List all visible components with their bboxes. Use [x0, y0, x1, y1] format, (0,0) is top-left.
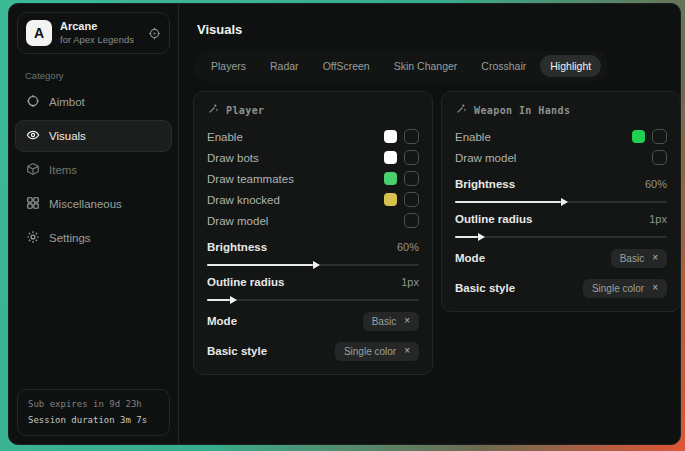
- sub-expires-text: Sub expires in 9d 23h: [28, 397, 159, 412]
- toggle-row-draw-bots: Draw bots: [207, 147, 419, 168]
- app-subtitle: for Apex Legends: [60, 34, 140, 46]
- weapon-in-hands-panel: Weapon In Hands Enable Draw model: [441, 91, 681, 312]
- toggle-label: Draw bots: [207, 152, 259, 164]
- toggle-label: Draw model: [207, 215, 268, 227]
- subscription-info-card: Sub expires in 9d 23h Session duration 3…: [17, 389, 170, 436]
- slider-label: Brightness: [207, 241, 267, 253]
- toggle-row-enable: Enable: [207, 126, 419, 147]
- toggle-label: Draw model: [455, 152, 516, 164]
- basic-style-tag[interactable]: Single color ×: [335, 342, 419, 361]
- wand-icon: [207, 103, 219, 117]
- brightness-slider[interactable]: [207, 264, 419, 266]
- sidebar: A Arcane for Apex Legends Category: [9, 4, 179, 444]
- close-icon[interactable]: ×: [404, 346, 410, 356]
- mode-tag[interactable]: Basic ×: [611, 249, 667, 268]
- tag-row-label: Basic style: [455, 282, 515, 294]
- sidebar-item-miscellaneous[interactable]: Miscellaneous: [15, 188, 172, 220]
- toggle-row-draw-knocked: Draw knocked: [207, 189, 419, 210]
- sidebar-nav: Aimbot Visuals Items: [9, 85, 178, 255]
- tab-highlight[interactable]: Highlight: [540, 55, 601, 77]
- tag-row-label: Mode: [455, 252, 485, 264]
- slider-label: Outline radius: [207, 276, 284, 288]
- app-name: Arcane: [60, 20, 140, 34]
- weapon-panel-header: Weapon In Hands: [455, 103, 667, 117]
- panels-row: Player Enable Draw bots: [193, 91, 681, 375]
- player-panel: Player Enable Draw bots: [193, 91, 433, 375]
- color-swatch[interactable]: [384, 193, 397, 206]
- slider-label: Outline radius: [455, 213, 532, 225]
- sidebar-item-label: Miscellaneous: [49, 198, 122, 210]
- draw-knocked-checkbox[interactable]: [404, 192, 419, 207]
- enable-checkbox[interactable]: [404, 129, 419, 144]
- mode-tag[interactable]: Basic ×: [363, 312, 419, 331]
- draw-model-checkbox[interactable]: [404, 213, 419, 228]
- tab-offscreen[interactable]: OffScreen: [313, 55, 380, 77]
- basic-style-tag[interactable]: Single color ×: [583, 279, 667, 298]
- package-icon: [26, 162, 40, 178]
- draw-bots-checkbox[interactable]: [404, 150, 419, 165]
- sidebar-item-visuals[interactable]: Visuals: [15, 120, 172, 152]
- session-duration-text: Session duration 3m 7s: [28, 413, 159, 428]
- mode-tag-row: Mode Basic ×: [207, 311, 419, 331]
- slider-value: 60%: [397, 241, 419, 253]
- toggle-label: Draw knocked: [207, 194, 280, 206]
- outline-radius-slider-group: Outline radius 1px: [455, 210, 667, 238]
- outline-radius-slider-group: Outline radius 1px: [207, 273, 419, 301]
- grid-icon: [26, 196, 40, 212]
- mode-tag-row: Mode Basic ×: [455, 248, 667, 268]
- slider-value: 1px: [649, 213, 667, 225]
- wand-icon: [455, 103, 467, 117]
- sidebar-item-label: Items: [49, 164, 77, 176]
- panel-title: Weapon In Hands: [474, 105, 570, 116]
- sidebar-item-label: Visuals: [49, 130, 86, 142]
- basic-style-tag-row: Basic style Single color ×: [455, 278, 667, 298]
- toggle-row-enable: Enable: [455, 126, 667, 147]
- panel-title: Player: [226, 105, 265, 116]
- app-header-card: A Arcane for Apex Legends: [17, 12, 170, 54]
- sidebar-item-items[interactable]: Items: [15, 154, 172, 186]
- sidebar-item-label: Aimbot: [49, 96, 85, 108]
- color-swatch[interactable]: [384, 151, 397, 164]
- enable-checkbox[interactable]: [652, 129, 667, 144]
- tab-radar[interactable]: Radar: [260, 55, 309, 77]
- tab-skin-changer[interactable]: Skin Changer: [384, 55, 468, 77]
- crosshair-icon: [26, 94, 40, 110]
- color-swatch[interactable]: [384, 172, 397, 185]
- draw-model-checkbox[interactable]: [652, 150, 667, 165]
- toggle-label: Enable: [207, 131, 243, 143]
- gear-icon: [26, 230, 40, 246]
- outline-radius-slider[interactable]: [207, 299, 419, 301]
- slider-value: 60%: [645, 178, 667, 190]
- brightness-slider-group: Brightness 60%: [455, 175, 667, 203]
- sidebar-item-settings[interactable]: Settings: [15, 222, 172, 254]
- toggle-row-draw-model: Draw model: [455, 147, 667, 168]
- slider-value: 1px: [401, 276, 419, 288]
- color-swatch[interactable]: [632, 130, 645, 143]
- toggle-row-draw-teammates: Draw teammates: [207, 168, 419, 189]
- basic-style-tag-row: Basic style Single color ×: [207, 341, 419, 361]
- toggle-label: Enable: [455, 131, 491, 143]
- player-panel-header: Player: [207, 103, 419, 117]
- tag-row-label: Mode: [207, 315, 237, 327]
- sidebar-item-aimbot[interactable]: Aimbot: [15, 86, 172, 118]
- visuals-tabbar: Players Radar OffScreen Skin Changer Cro…: [195, 51, 607, 81]
- close-icon[interactable]: ×: [404, 316, 410, 326]
- app-logo: A: [26, 20, 52, 46]
- draw-teammates-checkbox[interactable]: [404, 171, 419, 186]
- page-title: Visuals: [197, 22, 681, 37]
- eye-icon: [26, 128, 40, 144]
- category-label: Category: [25, 70, 178, 81]
- toggle-label: Draw teammates: [207, 173, 294, 185]
- tab-crosshair[interactable]: Crosshair: [471, 55, 536, 77]
- main-content: Visuals Players Radar OffScreen Skin Cha…: [179, 4, 681, 444]
- brightness-slider[interactable]: [455, 201, 667, 203]
- outline-radius-slider[interactable]: [455, 236, 667, 238]
- target-icon[interactable]: [148, 27, 161, 40]
- tag-row-label: Basic style: [207, 345, 267, 357]
- tab-players[interactable]: Players: [201, 55, 256, 77]
- color-swatch[interactable]: [384, 130, 397, 143]
- sidebar-item-label: Settings: [49, 232, 91, 244]
- close-icon[interactable]: ×: [652, 283, 658, 293]
- brightness-slider-group: Brightness 60%: [207, 238, 419, 266]
- close-icon[interactable]: ×: [652, 253, 658, 263]
